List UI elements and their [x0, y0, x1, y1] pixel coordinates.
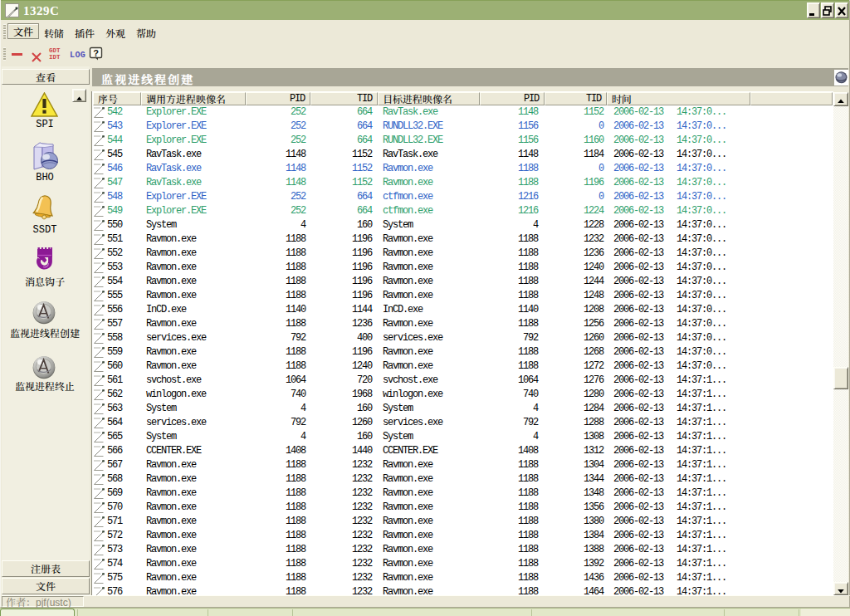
- svg-text:?: ?: [93, 48, 99, 58]
